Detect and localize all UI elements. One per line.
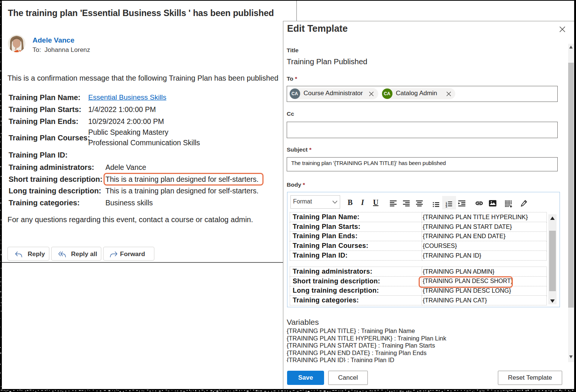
svg-text:3: 3 bbox=[446, 205, 447, 208]
